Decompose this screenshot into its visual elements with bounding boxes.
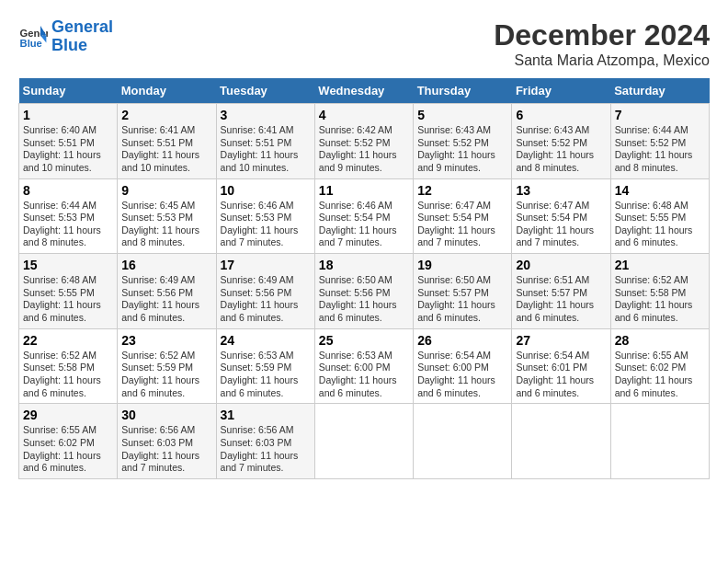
day-number: 9 bbox=[121, 183, 211, 198]
day-info: Sunrise: 6:54 AMSunset: 6:00 PMDaylight:… bbox=[417, 350, 507, 400]
day-info: Sunrise: 6:47 AMSunset: 5:54 PMDaylight:… bbox=[516, 200, 606, 250]
day-cell: 31Sunrise: 6:56 AMSunset: 6:03 PMDayligh… bbox=[216, 404, 314, 479]
day-number: 22 bbox=[23, 333, 113, 348]
day-info: Sunrise: 6:49 AMSunset: 5:56 PMDaylight:… bbox=[221, 274, 311, 325]
day-info: Sunrise: 6:41 AMSunset: 5:51 PMDaylight:… bbox=[121, 124, 211, 175]
day-cell: 13Sunrise: 6:47 AMSunset: 5:54 PMDayligh… bbox=[512, 178, 610, 254]
day-number: 29 bbox=[23, 408, 113, 422]
day-number: 11 bbox=[319, 183, 409, 198]
day-info: Sunrise: 6:48 AMSunset: 5:55 PMDaylight:… bbox=[23, 274, 113, 325]
day-number: 21 bbox=[615, 258, 705, 272]
day-info: Sunrise: 6:44 AMSunset: 5:52 PMDaylight:… bbox=[615, 124, 705, 175]
day-info: Sunrise: 6:55 AMSunset: 6:02 PMDaylight:… bbox=[615, 350, 705, 400]
day-number: 25 bbox=[319, 333, 409, 348]
day-info: Sunrise: 6:43 AMSunset: 5:52 PMDaylight:… bbox=[417, 124, 507, 175]
day-info: Sunrise: 6:40 AMSunset: 5:51 PMDaylight:… bbox=[23, 124, 113, 175]
day-number: 10 bbox=[221, 183, 311, 198]
day-number: 12 bbox=[417, 183, 507, 198]
day-info: Sunrise: 6:42 AMSunset: 5:52 PMDaylight:… bbox=[319, 124, 409, 175]
header-friday: Friday bbox=[512, 78, 610, 104]
day-cell: 17Sunrise: 6:49 AMSunset: 5:56 PMDayligh… bbox=[216, 254, 314, 329]
day-number: 24 bbox=[221, 333, 311, 348]
header-thursday: Thursday bbox=[414, 78, 512, 104]
day-info: Sunrise: 6:51 AMSunset: 5:57 PMDaylight:… bbox=[516, 274, 606, 325]
day-cell: 18Sunrise: 6:50 AMSunset: 5:56 PMDayligh… bbox=[314, 254, 413, 329]
day-cell: 14Sunrise: 6:48 AMSunset: 5:55 PMDayligh… bbox=[610, 178, 709, 254]
day-info: Sunrise: 6:53 AMSunset: 5:59 PMDaylight:… bbox=[221, 350, 311, 400]
week-row-2: 8Sunrise: 6:44 AMSunset: 5:53 PMDaylight… bbox=[19, 178, 710, 254]
day-info: Sunrise: 6:49 AMSunset: 5:56 PMDaylight:… bbox=[121, 274, 211, 325]
week-row-5: 29Sunrise: 6:55 AMSunset: 6:02 PMDayligh… bbox=[19, 404, 710, 479]
day-info: Sunrise: 6:48 AMSunset: 5:55 PMDaylight:… bbox=[615, 200, 705, 250]
day-info: Sunrise: 6:56 AMSunset: 6:03 PMDaylight:… bbox=[121, 424, 211, 475]
day-number: 13 bbox=[516, 183, 606, 198]
day-info: Sunrise: 6:41 AMSunset: 5:51 PMDaylight:… bbox=[221, 124, 311, 175]
day-info: Sunrise: 6:53 AMSunset: 6:00 PMDaylight:… bbox=[319, 350, 409, 400]
day-number: 1 bbox=[23, 108, 113, 122]
day-info: Sunrise: 6:46 AMSunset: 5:53 PMDaylight:… bbox=[221, 200, 311, 250]
day-number: 28 bbox=[615, 333, 705, 348]
day-number: 7 bbox=[615, 108, 705, 122]
day-cell: 1Sunrise: 6:40 AMSunset: 5:51 PMDaylight… bbox=[19, 104, 118, 179]
day-cell: 11Sunrise: 6:46 AMSunset: 5:54 PMDayligh… bbox=[314, 178, 413, 254]
calendar-header-row: SundayMondayTuesdayWednesdayThursdayFrid… bbox=[19, 78, 710, 104]
day-cell bbox=[610, 404, 709, 479]
day-number: 6 bbox=[516, 108, 606, 122]
day-number: 16 bbox=[121, 258, 211, 272]
day-cell: 5Sunrise: 6:43 AMSunset: 5:52 PMDaylight… bbox=[414, 104, 512, 179]
day-number: 2 bbox=[121, 108, 211, 122]
page-header: General Blue General Blue December 2024 … bbox=[18, 18, 710, 69]
day-cell: 22Sunrise: 6:52 AMSunset: 5:58 PMDayligh… bbox=[19, 328, 118, 404]
day-number: 23 bbox=[121, 333, 211, 348]
day-cell bbox=[314, 404, 413, 479]
calendar-table: SundayMondayTuesdayWednesdayThursdayFrid… bbox=[18, 78, 710, 479]
day-cell: 10Sunrise: 6:46 AMSunset: 5:53 PMDayligh… bbox=[216, 178, 314, 254]
header-tuesday: Tuesday bbox=[216, 78, 314, 104]
day-cell: 26Sunrise: 6:54 AMSunset: 6:00 PMDayligh… bbox=[414, 328, 512, 404]
day-number: 5 bbox=[417, 108, 507, 122]
logo-icon: General Blue bbox=[18, 22, 48, 52]
day-cell: 16Sunrise: 6:49 AMSunset: 5:56 PMDayligh… bbox=[118, 254, 216, 329]
header-saturday: Saturday bbox=[610, 78, 709, 104]
location-title: Santa Maria Atzompa, Mexico bbox=[494, 52, 710, 69]
day-number: 3 bbox=[221, 108, 311, 122]
day-info: Sunrise: 6:50 AMSunset: 5:57 PMDaylight:… bbox=[417, 274, 507, 325]
day-number: 14 bbox=[615, 183, 705, 198]
title-block: December 2024 Santa Maria Atzompa, Mexic… bbox=[494, 18, 710, 69]
day-number: 20 bbox=[516, 258, 606, 272]
day-cell: 27Sunrise: 6:54 AMSunset: 6:01 PMDayligh… bbox=[512, 328, 610, 404]
day-cell: 23Sunrise: 6:52 AMSunset: 5:59 PMDayligh… bbox=[118, 328, 216, 404]
day-cell: 24Sunrise: 6:53 AMSunset: 5:59 PMDayligh… bbox=[216, 328, 314, 404]
day-number: 26 bbox=[417, 333, 507, 348]
day-cell: 30Sunrise: 6:56 AMSunset: 6:03 PMDayligh… bbox=[118, 404, 216, 479]
day-info: Sunrise: 6:52 AMSunset: 5:58 PMDaylight:… bbox=[615, 274, 705, 325]
week-row-4: 22Sunrise: 6:52 AMSunset: 5:58 PMDayligh… bbox=[19, 328, 710, 404]
day-info: Sunrise: 6:52 AMSunset: 5:58 PMDaylight:… bbox=[23, 350, 113, 400]
day-cell: 3Sunrise: 6:41 AMSunset: 5:51 PMDaylight… bbox=[216, 104, 314, 179]
day-cell: 19Sunrise: 6:50 AMSunset: 5:57 PMDayligh… bbox=[414, 254, 512, 329]
day-cell: 9Sunrise: 6:45 AMSunset: 5:53 PMDaylight… bbox=[118, 178, 216, 254]
day-cell: 7Sunrise: 6:44 AMSunset: 5:52 PMDaylight… bbox=[610, 104, 709, 179]
header-monday: Monday bbox=[118, 78, 216, 104]
day-number: 4 bbox=[319, 108, 409, 122]
day-number: 17 bbox=[221, 258, 311, 272]
day-number: 8 bbox=[23, 183, 113, 198]
svg-text:Blue: Blue bbox=[20, 38, 42, 49]
day-info: Sunrise: 6:45 AMSunset: 5:53 PMDaylight:… bbox=[121, 200, 211, 250]
logo: General Blue General Blue bbox=[18, 18, 113, 55]
day-info: Sunrise: 6:56 AMSunset: 6:03 PMDaylight:… bbox=[221, 424, 311, 475]
day-info: Sunrise: 6:47 AMSunset: 5:54 PMDaylight:… bbox=[417, 200, 507, 250]
month-title: December 2024 bbox=[494, 18, 710, 52]
day-cell: 25Sunrise: 6:53 AMSunset: 6:00 PMDayligh… bbox=[314, 328, 413, 404]
header-sunday: Sunday bbox=[19, 78, 118, 104]
day-cell: 15Sunrise: 6:48 AMSunset: 5:55 PMDayligh… bbox=[19, 254, 118, 329]
day-info: Sunrise: 6:46 AMSunset: 5:54 PMDaylight:… bbox=[319, 200, 409, 250]
day-cell bbox=[414, 404, 512, 479]
day-number: 15 bbox=[23, 258, 113, 272]
day-info: Sunrise: 6:55 AMSunset: 6:02 PMDaylight:… bbox=[23, 424, 113, 475]
day-info: Sunrise: 6:50 AMSunset: 5:56 PMDaylight:… bbox=[319, 274, 409, 325]
day-cell: 2Sunrise: 6:41 AMSunset: 5:51 PMDaylight… bbox=[118, 104, 216, 179]
day-cell: 28Sunrise: 6:55 AMSunset: 6:02 PMDayligh… bbox=[610, 328, 709, 404]
day-cell: 8Sunrise: 6:44 AMSunset: 5:53 PMDaylight… bbox=[19, 178, 118, 254]
week-row-3: 15Sunrise: 6:48 AMSunset: 5:55 PMDayligh… bbox=[19, 254, 710, 329]
